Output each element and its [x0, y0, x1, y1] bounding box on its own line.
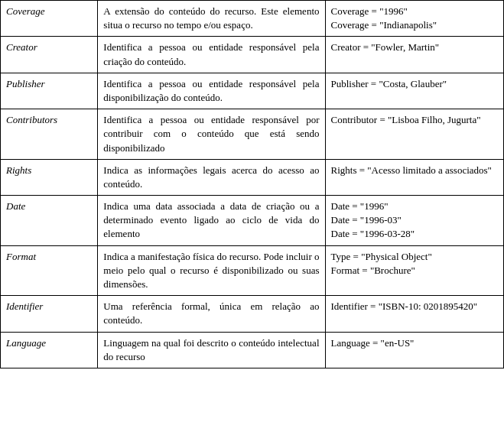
row-description: Identifica a pessoa ou entidade responsá…	[98, 73, 325, 109]
row-name: Creator	[1, 37, 98, 73]
row-name: Contributors	[1, 109, 98, 160]
table-row: RightsIndica as informações legais acerc…	[1, 159, 504, 195]
row-example: Date = "1996"Date = "1996-03"Date = "199…	[325, 196, 504, 246]
table-row: FormatIndica a manifestação física do re…	[1, 245, 504, 296]
row-description: Indica as informações legais acerca do a…	[98, 159, 325, 195]
table-row: CoverageA extensão do conteúdo do recurs…	[1, 1, 504, 37]
row-name: Rights	[1, 159, 98, 195]
table-row: ContributorsIdentifica a pessoa ou entid…	[1, 109, 504, 160]
row-example: Language = "en-US"	[325, 332, 504, 368]
table-row: PublisherIdentifica a pessoa ou entidade…	[1, 73, 504, 109]
row-example: Coverage = "1996"Coverage = "Indianapoli…	[325, 1, 504, 37]
table-row: IdentifierUma referência formal, única e…	[1, 296, 504, 332]
row-example: Type = "Physical Object"Format = "Brochu…	[325, 245, 504, 296]
table-row: CreatorIdentifica a pessoa ou entidade r…	[1, 37, 504, 73]
row-name: Identifier	[1, 296, 98, 332]
row-description: Identifica a pessoa ou entidade responsá…	[98, 37, 325, 73]
row-description: Indica uma data associada a data de cria…	[98, 196, 325, 246]
row-name: Language	[1, 332, 98, 368]
row-example: Publisher = "Costa, Glauber"	[325, 73, 504, 109]
row-description: A extensão do conteúdo do recurso. Este …	[98, 1, 325, 37]
row-example: Identifier = "ISBN-10: 0201895420"	[325, 296, 504, 332]
row-description: Identifica a pessoa ou entidade responsá…	[98, 109, 325, 160]
table-row: DateIndica uma data associada a data de …	[1, 196, 504, 246]
row-example: Rights = "Acesso limitado a associados"	[325, 159, 504, 195]
row-name: Format	[1, 245, 98, 296]
row-description: Linguagem na qual foi descrito o conteúd…	[98, 332, 325, 368]
row-name: Publisher	[1, 73, 98, 109]
row-name: Date	[1, 196, 98, 246]
row-example: Creator = "Fowler, Martin"	[325, 37, 504, 73]
row-example: Contributor = "Lisboa Filho, Jugurta"	[325, 109, 504, 160]
row-description: Uma referência formal, única em relação …	[98, 296, 325, 332]
row-description: Indica a manifestação física do recurso.…	[98, 245, 325, 296]
row-name: Coverage	[1, 1, 98, 37]
table-row: LanguageLinguagem na qual foi descrito o…	[1, 332, 504, 368]
metadata-table: CoverageA extensão do conteúdo do recurs…	[0, 0, 504, 368]
